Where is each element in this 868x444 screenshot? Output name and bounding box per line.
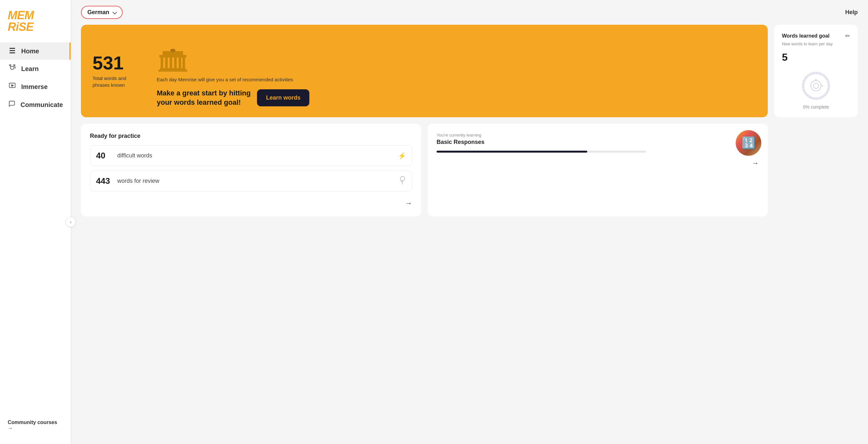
svg-rect-6 [169, 58, 172, 68]
main-content: German Help 531 Total words and phrases … [71, 0, 868, 444]
svg-rect-10 [159, 55, 186, 58]
svg-rect-4 [161, 58, 163, 68]
learning-card-arrow[interactable]: → [437, 156, 759, 167]
bottom-row: Ready for practice 40 difficult words ⚡ … [81, 124, 768, 217]
sidebar-item-communicate-label: Communicate [21, 101, 63, 108]
total-words-number: 531 [93, 54, 150, 72]
svg-rect-8 [179, 58, 181, 68]
help-button[interactable]: Help [845, 9, 858, 16]
hero-middle: Each day Memrise will give you a set of … [157, 35, 756, 107]
learning-card: You're currently learning Basic Response… [428, 124, 768, 217]
lightning-icon: ⚡ [398, 152, 406, 160]
hero-cta-text: Make a great start by hitting your words… [157, 89, 251, 107]
community-courses-link[interactable]: Community courses → [0, 413, 71, 438]
difficult-words-label: difficult words [117, 152, 393, 159]
content-area: 531 Total words and phrases known [71, 25, 868, 444]
sidebar-item-learn[interactable]: Learn [0, 60, 71, 78]
communicate-icon [8, 100, 16, 109]
sidebar-item-home[interactable]: ☰ Home [0, 42, 71, 60]
svg-rect-9 [183, 58, 185, 68]
goal-complete-label: 0% complete [803, 104, 829, 109]
main-column: 531 Total words and phrases known [81, 25, 768, 434]
learn-icon [8, 64, 17, 73]
svg-rect-3 [160, 68, 186, 70]
sidebar-item-immerse-label: Immerse [21, 83, 48, 91]
hero-cta: Make a great start by hitting your words… [157, 89, 756, 107]
memrise-logo: MEM RiSE [8, 10, 63, 33]
svg-rect-5 [165, 58, 168, 68]
learning-progress-bar [437, 151, 646, 153]
hero-each-day-text: Each day Memrise will give you a set of … [157, 77, 756, 82]
hero-card: 531 Total words and phrases known [81, 25, 768, 117]
plant-icon [399, 176, 406, 186]
immerse-icon [8, 82, 17, 91]
language-selector[interactable]: German [81, 6, 123, 19]
sidebar-collapse-button[interactable]: ‹ [65, 217, 76, 227]
sidebar: MEM RiSE ☰ Home Learn [0, 0, 71, 444]
practice-card: Ready for practice 40 difficult words ⚡ … [81, 124, 421, 217]
chevron-down-icon [113, 10, 117, 14]
practice-card-arrow[interactable]: → [90, 196, 412, 208]
goal-card: Words learned goal ✏ New words to learn … [774, 25, 858, 117]
goal-circle-chart: 0% complete [782, 70, 850, 109]
goal-title: Words learned goal [782, 33, 830, 39]
sidebar-item-learn-label: Learn [21, 65, 38, 73]
hero-stats: 531 Total words and phrases known [93, 54, 150, 88]
sidebar-nav: ☰ Home Learn Immerse [0, 42, 71, 114]
goal-card-header: Words learned goal ✏ [782, 32, 850, 39]
svg-rect-13 [171, 49, 175, 51]
home-icon: ☰ [8, 47, 17, 55]
topbar: German Help [71, 0, 868, 25]
total-words-desc: Total words and phrases known [93, 75, 150, 88]
language-label: German [87, 9, 109, 16]
building-icon [157, 48, 189, 73]
learning-image: 🔢 [736, 130, 761, 156]
learning-card-title: Basic Responses [437, 139, 759, 146]
practice-card-title: Ready for practice [90, 133, 412, 139]
svg-point-18 [811, 81, 821, 91]
goal-number: 5 [782, 52, 850, 63]
difficult-words-item[interactable]: 40 difficult words ⚡ [90, 145, 412, 166]
goal-progress-circle [800, 70, 832, 102]
svg-point-19 [813, 83, 818, 88]
sidebar-item-immerse[interactable]: Immerse [0, 78, 71, 96]
sidebar-item-communicate[interactable]: Communicate [0, 96, 71, 114]
learn-words-button[interactable]: Learn words [257, 89, 309, 106]
review-words-count: 443 [96, 176, 112, 186]
sidebar-item-home-label: Home [21, 47, 39, 55]
svg-point-14 [400, 177, 405, 181]
edit-icon[interactable]: ✏ [845, 32, 850, 39]
svg-rect-7 [174, 58, 177, 68]
learning-card-subtitle: You're currently learning [437, 133, 759, 137]
svg-rect-2 [158, 70, 187, 72]
learning-progress-fill [437, 151, 587, 153]
goal-subtitle: New words to learn per day [782, 41, 850, 46]
svg-marker-1 [11, 85, 13, 87]
right-sidebar: Words learned goal ✏ New words to learn … [774, 25, 858, 434]
logo: MEM RiSE [0, 6, 71, 42]
review-words-item[interactable]: 443 words for review [90, 170, 412, 191]
review-words-label: words for review [117, 178, 394, 184]
difficult-words-count: 40 [96, 151, 112, 161]
